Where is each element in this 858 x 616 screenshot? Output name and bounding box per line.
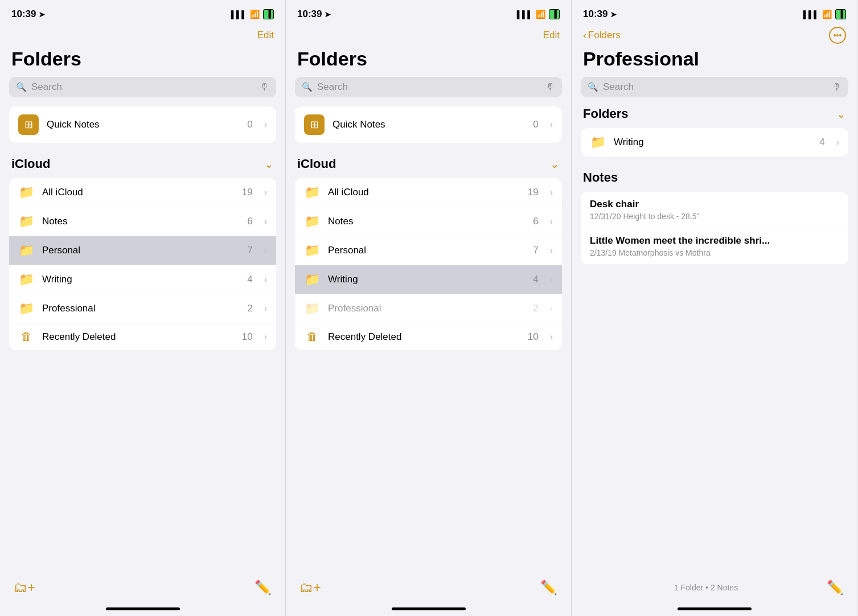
trash-icon-1: 🗑 xyxy=(18,330,34,343)
more-button-3[interactable]: ••• xyxy=(829,27,846,44)
folder-row-writing-2[interactable]: 📁 Writing 4 › xyxy=(295,265,562,294)
folder-row-personal-1[interactable]: 📁 Personal 7 › xyxy=(9,236,276,265)
nav-bar-2: Edit xyxy=(286,25,571,46)
page-title-3: Professional xyxy=(572,46,857,77)
compose-icon-2[interactable]: ✏️ xyxy=(540,580,557,596)
new-folder-icon-1[interactable]: 🗂+ xyxy=(14,580,35,596)
folder-row-deleted-1[interactable]: 🗑 Recently Deleted 10 › xyxy=(9,323,276,350)
quick-notes-row-2[interactable]: ⊞ Quick Notes 0 › xyxy=(295,106,562,143)
status-time-2: 10:39 ➤ xyxy=(297,9,331,20)
folder-count-writing-3: 4 xyxy=(819,137,824,148)
folder-row-professional-2[interactable]: 📁 Professional 2 › xyxy=(295,294,562,323)
signal-icon-2: ▌▌▌ xyxy=(517,10,533,19)
status-bar-3: 10:39 ➤ ▌▌▌ 📶 ▐ xyxy=(572,0,857,25)
chevron-deleted-1: › xyxy=(264,332,267,342)
compose-icon-1[interactable]: ✏️ xyxy=(254,580,272,596)
wifi-icon-3: 📶 xyxy=(822,10,832,19)
folder-row-personal-2[interactable]: 📁 Personal 7 › xyxy=(295,236,562,265)
folder-name-deleted-2: Recently Deleted xyxy=(328,331,520,343)
folder-row-professional-1[interactable]: 📁 Professional 2 › xyxy=(9,294,276,323)
status-bar-2: 10:39 ➤ ▌▌▌ 📶 ▐ xyxy=(286,0,571,25)
folder-count-professional-1: 2 xyxy=(247,303,252,314)
status-icons-2: ▌▌▌ 📶 ▐ xyxy=(517,9,560,19)
status-icons-3: ▌▌▌ 📶 ▐ xyxy=(803,9,846,19)
ellipsis-icon-3: ••• xyxy=(834,31,842,40)
mic-icon-3[interactable]: 🎙 xyxy=(832,82,841,92)
battery-icon-2: ▐ xyxy=(549,9,560,19)
icloud-chevron-2[interactable]: ⌄ xyxy=(550,157,560,171)
search-bar-3[interactable]: 🔍 Search 🎙 xyxy=(581,77,848,97)
edit-button-2[interactable]: Edit xyxy=(543,30,560,41)
icloud-title-1: iCloud xyxy=(11,157,50,171)
quick-notes-icon-2: ⊞ xyxy=(304,114,325,135)
folder-count-notes-2: 6 xyxy=(533,216,538,227)
folders-section-header-3: Folders ⌄ xyxy=(581,106,848,121)
folder-count-personal-1: 7 xyxy=(247,245,252,256)
folder-row-notes-2[interactable]: 📁 Notes 6 › xyxy=(295,207,562,236)
location-icon-1: ➤ xyxy=(39,10,45,19)
trash-icon-2: 🗑 xyxy=(304,330,320,343)
content-area-3: Folders ⌄ 📁 Writing 4 › Notes Desk chair… xyxy=(572,106,857,570)
folder-name-professional-1: Professional xyxy=(42,303,239,314)
back-button-3[interactable]: ‹ Folders xyxy=(583,30,621,42)
chevron-professional-1: › xyxy=(264,303,267,314)
folder-name-writing-1: Writing xyxy=(42,274,239,285)
screen-3: 10:39 ➤ ▌▌▌ 📶 ▐ ‹ Folders ••• Profession… xyxy=(572,0,857,616)
quick-notes-label-2: Quick Notes xyxy=(332,119,525,130)
folder-row-writing-1[interactable]: 📁 Writing 4 › xyxy=(9,265,276,294)
edit-button-1[interactable]: Edit xyxy=(257,30,274,41)
folder-icon-writing-1: 📁 xyxy=(18,272,34,287)
note-meta-little-women-3: 2/13/19 Metamorphosis vs Mothra xyxy=(590,248,839,257)
folder-row-notes-1[interactable]: 📁 Notes 6 › xyxy=(9,207,276,236)
new-folder-icon-2[interactable]: 🗂+ xyxy=(299,580,321,596)
search-bar-2[interactable]: 🔍 Search 🎙 xyxy=(295,77,562,97)
screen-2: 10:39 ➤ ▌▌▌ 📶 ▐ Edit Folders 🔍 Search 🎙 … xyxy=(286,0,572,616)
folder-icon-writing-2: 📁 xyxy=(304,272,320,287)
folder-list-1: 📁 All iCloud 19 › 📁 Notes 6 › 📁 Personal… xyxy=(9,178,276,350)
home-bar-3 xyxy=(678,607,752,610)
search-icon-3: 🔍 xyxy=(588,82,598,92)
chevron-writing-1: › xyxy=(264,274,267,285)
home-bar-1 xyxy=(106,607,180,610)
folder-icon-1: 📁 xyxy=(18,185,34,200)
note-title-desk-chair-3: Desk chair xyxy=(590,199,839,210)
folder-count-writing-1: 4 xyxy=(247,274,252,285)
note-row-desk-chair-3[interactable]: Desk chair 12/31/20 Height to desk - 28.… xyxy=(581,192,848,228)
icloud-chevron-1[interactable]: ⌄ xyxy=(264,157,274,171)
folder-row-deleted-2[interactable]: 🗑 Recently Deleted 10 › xyxy=(295,323,562,350)
icloud-section-header-2: iCloud ⌄ xyxy=(295,157,562,171)
search-bar-1[interactable]: 🔍 Search 🎙 xyxy=(9,77,276,97)
icloud-section-header-1: iCloud ⌄ xyxy=(9,157,276,171)
folder-icon-personal-1: 📁 xyxy=(18,243,34,258)
chevron-all-icloud-2: › xyxy=(550,187,553,198)
folder-row-all-icloud-1[interactable]: 📁 All iCloud 19 › xyxy=(9,178,276,207)
quick-notes-icon-1: ⊞ xyxy=(18,114,39,135)
wifi-icon-2: 📶 xyxy=(536,10,545,19)
chevron-professional-2: › xyxy=(550,303,553,314)
compose-icon-3[interactable]: ✏️ xyxy=(827,580,844,596)
folder-row-writing-3[interactable]: 📁 Writing 4 › xyxy=(581,128,848,157)
battery-icon-3: ▐ xyxy=(835,9,846,19)
search-placeholder-1: Search xyxy=(31,81,256,93)
folder-count-deleted-1: 10 xyxy=(242,331,253,343)
quick-notes-count-1: 0 xyxy=(247,119,252,130)
folder-icon-professional-1: 📁 xyxy=(18,301,34,316)
folder-icon-personal-2: 📁 xyxy=(304,243,320,258)
folder-icon-notes-2: 📁 xyxy=(304,214,320,229)
status-bar-1: 10:39 ➤ ▌▌▌ 📶 ▐ xyxy=(0,0,285,25)
note-title-little-women-3: Little Women meet the incredible shri... xyxy=(590,235,839,247)
mic-icon-1[interactable]: 🎙 xyxy=(260,82,269,92)
note-row-little-women-3[interactable]: Little Women meet the incredible shri...… xyxy=(581,228,848,264)
quick-notes-row-1[interactable]: ⊞ Quick Notes 0 › xyxy=(9,106,276,143)
folder-name-writing-2: Writing xyxy=(328,274,525,285)
folder-name-professional-2: Professional xyxy=(328,303,525,314)
chevron-writing-2: › xyxy=(550,274,553,285)
chevron-notes-1: › xyxy=(264,216,267,227)
quick-notes-count-2: 0 xyxy=(533,119,538,130)
folder-row-all-icloud-2[interactable]: 📁 All iCloud 19 › xyxy=(295,178,562,207)
page-title-1: Folders xyxy=(0,46,285,77)
location-icon-3: ➤ xyxy=(610,10,617,19)
mic-icon-2[interactable]: 🎙 xyxy=(546,82,555,92)
folders-chevron-3[interactable]: ⌄ xyxy=(836,107,846,121)
folders-title-3: Folders xyxy=(583,106,628,121)
